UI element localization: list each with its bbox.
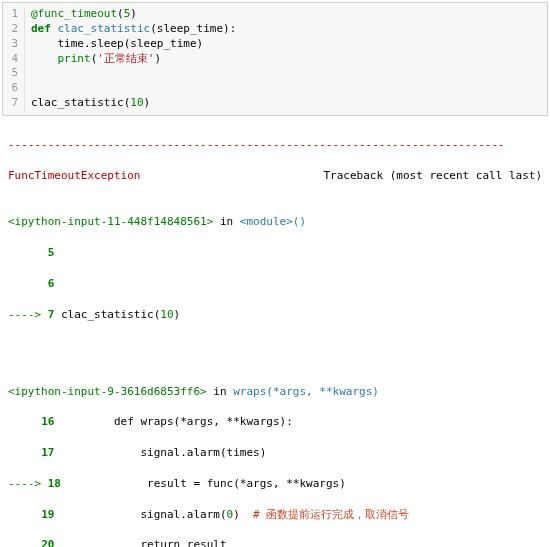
tb-line: 5 <box>8 245 542 260</box>
code-line: 5 <box>3 66 547 81</box>
divider: ----------------------------------------… <box>8 137 542 152</box>
string-literal: '正常结束' <box>97 52 154 65</box>
code-line: 2 def clac_statistic(sleep_time): <box>3 22 547 37</box>
lineno: 19 <box>41 508 54 521</box>
line-number: 5 <box>3 66 25 81</box>
line-number: 2 <box>3 22 25 37</box>
params: (sleep_time): <box>150 22 236 35</box>
builtin: print <box>58 52 91 65</box>
code-line: 4 print('正常结束') <box>3 52 547 67</box>
scope: <module> <box>240 215 293 228</box>
scope: wraps <box>233 385 266 398</box>
tb-line: 20 return result <box>8 537 542 547</box>
line-number: 7 <box>3 96 25 111</box>
function-name: clac_statistic <box>58 22 151 35</box>
literal: 5 <box>124 7 131 20</box>
line-number: 6 <box>3 81 25 96</box>
tb-arrow-line: ----> 18 result = func(*args, **kwargs) <box>8 476 542 491</box>
lineno: 17 <box>41 446 54 459</box>
exception-name: FuncTimeoutException <box>8 168 140 183</box>
tb-line: 17 signal.alarm(times) <box>8 445 542 460</box>
frame-location: <ipython-input-9-3616d6853ff6> <box>8 385 207 398</box>
code-line: 7 clac_statistic(10) <box>3 96 547 111</box>
arrow-icon: ----> <box>8 477 48 490</box>
frame: <ipython-input-9-3616d6853ff6> in wraps(… <box>8 384 542 399</box>
frame: <ipython-input-11-448f14848561> in <modu… <box>8 214 542 229</box>
line-number: 3 <box>3 37 25 52</box>
code-line: 6 <box>3 81 547 96</box>
lineno: 18 <box>48 477 61 490</box>
lineno: 20 <box>41 538 54 547</box>
code-line: 3 time.sleep(sleep_time) <box>3 37 547 52</box>
traceback-output: ----------------------------------------… <box>0 118 550 547</box>
decorator: @func_timeout <box>31 7 117 20</box>
line-number: 1 <box>3 7 25 22</box>
tb-line: 19 signal.alarm(0) # 函数提前运行完成，取消信号 <box>8 507 542 522</box>
call: clac_statistic <box>31 96 124 109</box>
lineno: 7 <box>48 308 55 321</box>
frame-location: <ipython-input-11-448f14848561> <box>8 215 213 228</box>
traceback-header: FuncTimeoutExceptionTraceback (most rece… <box>8 168 542 183</box>
tb-line: 6 <box>8 276 542 291</box>
arrow-icon: ----> <box>8 308 48 321</box>
literal: 10 <box>130 96 143 109</box>
tb-line: 16 def wraps(*args, **kwargs): <box>8 414 542 429</box>
lineno: 6 <box>48 277 55 290</box>
code-line: 1 @func_timeout(5) <box>3 7 547 22</box>
traceback-label: Traceback (most recent call last) <box>323 168 542 183</box>
keyword: def <box>31 22 58 35</box>
lineno: 16 <box>41 415 54 428</box>
lineno: 5 <box>48 246 55 259</box>
line-number: 4 <box>3 52 25 67</box>
statement: time.sleep(sleep_time) <box>58 37 204 50</box>
tb-arrow-line: ----> 7 clac_statistic(10) <box>8 307 542 322</box>
code-input-cell: 1 @func_timeout(5) 2 def clac_statistic(… <box>2 2 548 116</box>
comment: # 函数提前运行完成，取消信号 <box>253 508 409 521</box>
